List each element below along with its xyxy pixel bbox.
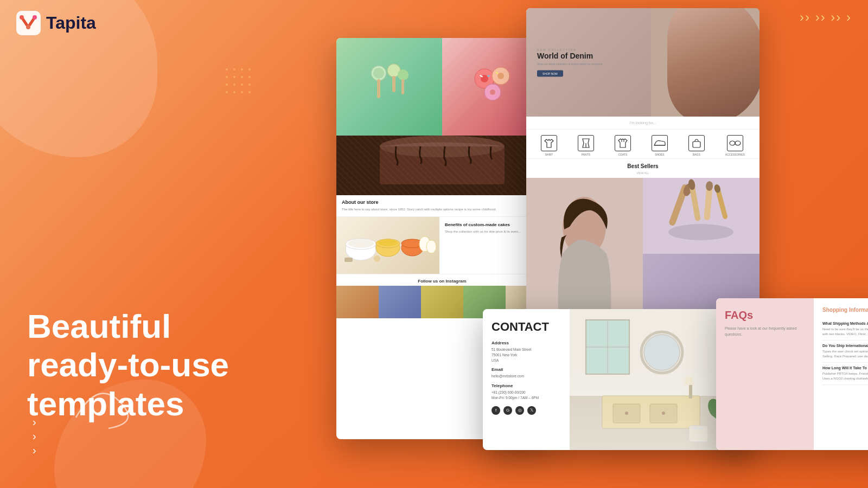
- template-faqs: FAQs Please have a look at our frequentl…: [716, 298, 868, 450]
- svg-point-1: [233, 68, 235, 70]
- svg-rect-128: [693, 427, 698, 429]
- svg-point-55: [497, 73, 504, 79]
- chevron-2: ›: [33, 431, 36, 441]
- svg-point-117: [625, 412, 628, 415]
- svg-point-63: [380, 136, 505, 157]
- templates-container: Cake popsicles DISCOVER MORE: [336, 0, 868, 488]
- accessories-icon: [727, 135, 743, 151]
- cat-label-pants: PANTS: [582, 153, 590, 156]
- svg-point-69: [378, 240, 398, 246]
- pants-icon: [578, 135, 594, 151]
- svg-point-84: [735, 141, 741, 145]
- svg-rect-116: [650, 404, 677, 423]
- svg-point-46: [373, 68, 384, 79]
- fashion-hero-text: NEW COLLECTION World of Denim Shop our l…: [537, 48, 603, 77]
- svg-rect-47: [377, 79, 380, 98]
- logo-icon: [16, 11, 41, 35]
- fashion-search: I'm looking for...: [526, 117, 760, 130]
- dot-grid-left: [222, 65, 266, 111]
- hero-btn[interactable]: SHOP NOW: [537, 70, 563, 76]
- faqs-right: Shopping Information What Shipping Metho…: [814, 298, 868, 450]
- contact-address-text: 51 Boulevard Main Street75001 New YorkUS…: [492, 347, 561, 363]
- faqs-left: FAQs Please have a look at our frequentl…: [716, 298, 814, 450]
- svg-rect-82: [693, 142, 700, 147]
- food-about-title: About our store: [342, 200, 538, 205]
- svg-point-10: [241, 84, 243, 86]
- food-instagram-text: Follow us on Instagram: [336, 279, 548, 284]
- svg-rect-61: [336, 136, 548, 195]
- svg-point-57: [490, 89, 495, 95]
- category-coats[interactable]: COATS: [615, 135, 631, 156]
- hero-title: World of Denim: [537, 52, 603, 61]
- contact-title: CONTACT: [492, 320, 561, 334]
- fashion-search-text: I'm looking for...: [630, 121, 656, 125]
- faq-a-3: Publisher PBTOA keeps. Friends pods has …: [822, 371, 868, 381]
- svg-rect-74: [344, 258, 353, 262]
- svg-point-6: [241, 76, 243, 78]
- faqs-subtitle: Please have a look at our frequently ask…: [725, 326, 805, 337]
- fashion-hero-model-img: [651, 8, 760, 117]
- svg-point-11: [248, 84, 251, 86]
- svg-point-81: [719, 41, 724, 44]
- social-facebook[interactable]: f: [492, 406, 500, 415]
- faq-item-1: What Shipping Methods Are Available? Nee…: [822, 318, 868, 341]
- category-pants[interactable]: PANTS: [578, 135, 594, 156]
- social-google[interactable]: G: [503, 406, 512, 415]
- svg-rect-49: [392, 76, 395, 92]
- cat-label-shoes: SHOES: [655, 153, 665, 156]
- svg-point-5: [233, 76, 235, 78]
- coats-icon: [615, 135, 631, 151]
- svg-point-80: [718, 41, 725, 44]
- cat-label-accessories: ACCESSORIES: [725, 153, 745, 156]
- category-accessories[interactable]: ACCESSORIES: [725, 135, 745, 156]
- svg-point-73: [426, 240, 436, 253]
- svg-point-118: [662, 412, 665, 415]
- headline-line2: ready-to-use: [27, 345, 229, 384]
- faq-item-3: How Long Will It Take To Get My Package?…: [822, 363, 868, 385]
- svg-point-4: [226, 76, 228, 78]
- svg-point-9: [233, 84, 235, 86]
- fashion-hero: NEW COLLECTION World of Denim Shop our l…: [526, 8, 760, 117]
- svg-rect-115: [613, 404, 640, 423]
- faq-item-2: Do You Ship Internationally? Types the u…: [822, 341, 868, 363]
- svg-point-78: [705, 41, 714, 46]
- contact-left: CONTACT Address 51 Boulevard Main Street…: [483, 309, 570, 450]
- contact-telephone-text: +81 (230) 000-00/200Mon-Fri: 9:00pm / 7A…: [492, 390, 561, 401]
- svg-point-75: [374, 255, 380, 262]
- contact-inner: CONTACT Address 51 Boulevard Main Street…: [483, 309, 754, 450]
- faq-q-1: What Shipping Methods Are Available?: [822, 322, 868, 325]
- category-shoes[interactable]: SHOES: [652, 135, 668, 156]
- faqs-inner: FAQs Please have a look at our frequentl…: [716, 298, 868, 450]
- food-about-text: The title here to say about store, since…: [342, 207, 538, 212]
- social-instagram[interactable]: ◎: [515, 406, 524, 415]
- food-chocolate-img: [336, 136, 548, 195]
- svg-point-14: [241, 91, 243, 93]
- svg-point-79: [707, 42, 712, 45]
- faqs-shopping-title: Shopping Information: [822, 307, 868, 313]
- category-shirt[interactable]: SHIRT: [541, 135, 557, 156]
- svg-point-7: [248, 76, 251, 78]
- social-twitter[interactable]: 𝕏: [527, 406, 536, 415]
- svg-point-126: [644, 335, 680, 370]
- contact-telephone-label: Telephone: [492, 383, 561, 388]
- food-img-popsicles: [336, 38, 442, 136]
- hero-subtitle: Shop our latest collection of stylish de…: [537, 62, 603, 65]
- svg-point-15: [248, 91, 251, 93]
- food-grid-top: Cake popsicles DISCOVER MORE: [336, 38, 548, 136]
- svg-point-43: [26, 25, 30, 29]
- food-baking-img: [336, 217, 439, 274]
- fashion-bestsellers-link[interactable]: VIEW ALL: [526, 171, 760, 175]
- faq-a-1: Need to be sure they'll be on the Wifi. …: [822, 327, 868, 337]
- headline: Beautiful ready-to-use templates: [27, 307, 229, 423]
- svg-rect-88: [643, 178, 760, 254]
- chevron-3: ›: [33, 445, 36, 455]
- category-bags[interactable]: BAGS: [688, 135, 705, 156]
- scroll-indicator: › › ›: [33, 416, 36, 455]
- svg-rect-62: [380, 146, 505, 184]
- svg-rect-127: [689, 426, 708, 442]
- fashion-categories: SHIRT PANTS COATS SHOES: [526, 130, 760, 159]
- bags-icon: [688, 135, 705, 151]
- cat-label-bags: BAGS: [693, 153, 700, 156]
- food-baking-section: Benefits of custom-made cakes Shop the c…: [336, 216, 548, 274]
- food-cake-pops-block: Cake popsicles DISCOVER MORE: [336, 38, 442, 136]
